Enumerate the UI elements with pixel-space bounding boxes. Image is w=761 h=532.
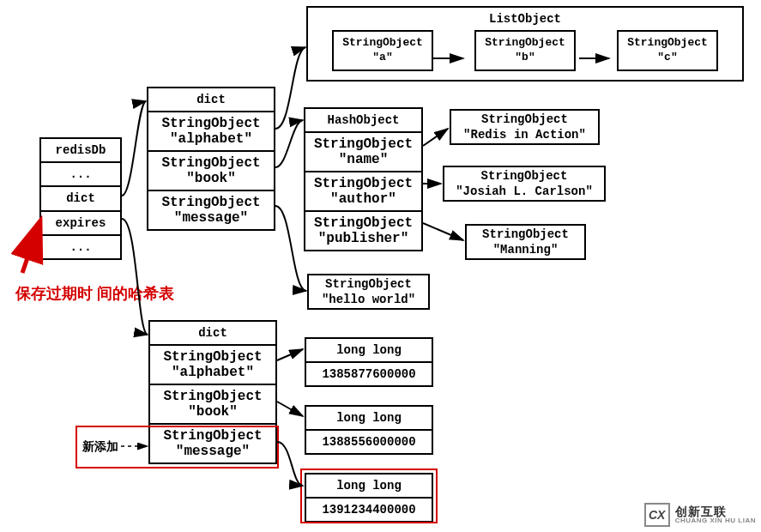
- dict1-table: dict StringObject"alphabet" StringObject…: [147, 87, 275, 231]
- redisdb-table: redisDb ... dict expires ...: [39, 137, 122, 260]
- redisdb-row-1: dict: [41, 187, 120, 211]
- listobject-title: ListObject: [308, 8, 742, 30]
- svg-line-6: [277, 349, 303, 360]
- hash-value-2: StringObject"Manning": [465, 224, 586, 260]
- hash-value-1: StringObject"Josiah L. Carlson": [443, 166, 606, 202]
- long-1: long long 1388556000000: [305, 405, 433, 455]
- hashobject-title: HashObject: [305, 109, 421, 133]
- svg-line-0: [22, 223, 39, 273]
- listobject-item-2: StringObject "c": [617, 30, 718, 71]
- long-0-val: 1385877600000: [306, 363, 432, 385]
- dict1-item-2: StringObject"message": [148, 191, 274, 229]
- listobject-item-1: StringObject "b": [474, 30, 576, 71]
- long-1-type: long long: [306, 407, 432, 431]
- redisdb-row-2: expires: [41, 212, 120, 236]
- hash-value-0: StringObject"Redis in Action": [450, 109, 600, 145]
- dict2-item-1: StringObject"book": [150, 385, 275, 425]
- dict2-title: dict: [150, 322, 275, 346]
- svg-line-7: [277, 402, 303, 416]
- listobject-container: ListObject StringObject "a" StringObject…: [306, 6, 744, 82]
- hello-world-box: StringObject"hello world": [307, 274, 430, 310]
- expires-hash-annotation: 保存过期时 间的哈希表: [15, 283, 174, 305]
- long-0-type: long long: [306, 339, 432, 363]
- dict1-title: dict: [148, 88, 274, 112]
- hashobject-field-0: StringObject"name": [305, 133, 421, 172]
- svg-line-5: [423, 223, 463, 240]
- dict1-item-1: StringObject"book": [148, 152, 274, 191]
- svg-line-3: [423, 129, 448, 146]
- long-1-val: 1388556000000: [306, 431, 432, 453]
- listobject-item-0: StringObject "a": [332, 30, 433, 71]
- long-0: long long 1385877600000: [305, 337, 433, 387]
- dict1-item-0: StringObject"alphabet": [148, 112, 274, 152]
- hashobject-table: HashObject StringObject"name" StringObje…: [304, 107, 423, 251]
- highlight-message: [75, 426, 279, 469]
- dict2-item-0: StringObject"alphabet": [150, 346, 275, 385]
- highlight-long-2: [300, 469, 438, 523]
- logo-cn: 创新互联: [675, 505, 756, 517]
- hashobject-field-1: StringObject"author": [305, 172, 421, 212]
- logo-mark: CX: [644, 503, 670, 527]
- brand-logo: CX 创新互联 CHUANG XIN HU LIAN: [644, 503, 756, 527]
- hashobject-field-2: StringObject"publisher": [305, 212, 421, 250]
- logo-py: CHUANG XIN HU LIAN: [675, 517, 756, 524]
- redisdb-row-0: ...: [41, 163, 120, 187]
- redisdb-title: redisDb: [41, 139, 120, 163]
- redisdb-row-3: ...: [41, 236, 120, 258]
